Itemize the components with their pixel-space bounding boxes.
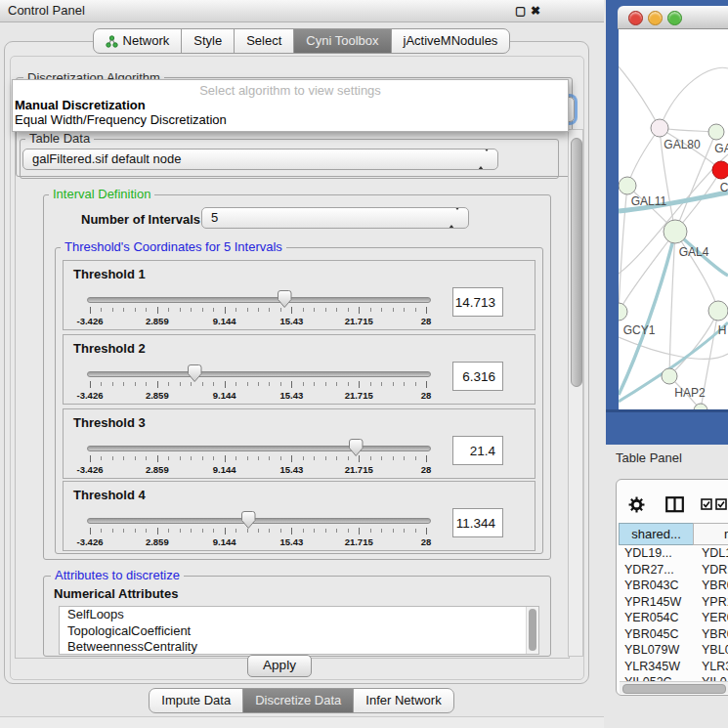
close-traffic-light-icon[interactable] — [628, 11, 643, 25]
network-window-shadow — [606, 409, 728, 412]
slider-tick — [236, 456, 236, 460]
list-item-betweennesscentrality[interactable]: BetweennessCentrality — [60, 639, 538, 655]
slider-tick — [236, 529, 236, 533]
slider-tick — [415, 529, 416, 533]
minimize-traffic-light-icon[interactable] — [648, 11, 663, 25]
slider-tick — [314, 308, 315, 312]
gear-icon[interactable] — [628, 496, 645, 513]
scrollbar-thumb[interactable] — [571, 138, 582, 387]
threshold-slider-track[interactable] — [87, 518, 431, 524]
network-node-h[interactable] — [708, 301, 728, 321]
scrollbar-thumb[interactable] — [622, 684, 726, 694]
slider-tick — [258, 456, 259, 460]
slider-tick — [157, 528, 158, 535]
dropdown-option-manual-discretization[interactable]: Manual Discretization — [15, 98, 146, 112]
tab-impute-data[interactable]: Impute Data — [149, 688, 243, 713]
column-header-shared-name[interactable]: shared... — [619, 523, 694, 545]
threshold-slider-track[interactable] — [87, 446, 431, 451]
slider-tick — [202, 308, 203, 312]
slider-tick — [236, 308, 236, 312]
settings-vertical-scrollbar[interactable] — [568, 129, 583, 657]
network-canvas[interactable]: GAL80GACGAL11GAL4GCY1HHAP2 — [619, 29, 728, 409]
attributes-list-scrollbar[interactable] — [526, 607, 538, 654]
tab-discretize-data[interactable]: Discretize Data — [242, 688, 354, 713]
threshold-slider-track[interactable] — [87, 297, 431, 303]
table-cell-shared-name: YDR27... — [624, 563, 674, 577]
threshold-value-input[interactable]: 14.713 — [452, 287, 503, 317]
slider-tick-label: 21.715 — [329, 316, 388, 326]
dropdown-option-equal-width-frequency[interactable]: Equal Width/Frequency Discretization — [15, 112, 227, 127]
threshold-value-input[interactable]: 21.4 — [452, 436, 503, 465]
interval-definition-group-title: Interval Definition — [49, 188, 154, 201]
network-node-gal80[interactable] — [651, 119, 668, 137]
network-node-gcy1[interactable] — [619, 303, 627, 321]
threshold-slider-track[interactable] — [87, 371, 431, 377]
table-row[interactable]: YBR045CYBR0 — [619, 627, 728, 644]
numerical-attributes-list[interactable]: SelfLoopsTopologicalCoefficientBetweenne… — [59, 606, 539, 655]
columns-icon[interactable] — [665, 496, 684, 513]
slider-tick — [112, 456, 113, 460]
table-row[interactable]: YBR043CYBR0 — [619, 578, 728, 595]
table-data-group-title: Table Data — [25, 132, 94, 146]
slider-tick — [191, 308, 192, 312]
close-window-icon[interactable]: ✖ — [531, 4, 540, 18]
zoom-traffic-light-icon[interactable] — [667, 11, 682, 25]
tab-cyni-toolbox[interactable]: Cyni Toolbox — [293, 28, 391, 54]
table-row[interactable]: YPR145WYPR1 — [619, 595, 728, 612]
slider-tick — [404, 456, 405, 460]
network-window-titlebar[interactable] — [618, 6, 728, 29]
float-window-icon[interactable]: ▢ — [515, 4, 526, 18]
tab-infer-network[interactable]: Infer Network — [353, 688, 453, 713]
network-node-gal11[interactable] — [619, 177, 636, 194]
slider-thumb[interactable] — [187, 364, 203, 383]
slider-tick — [393, 529, 394, 533]
network-node-gal4[interactable] — [664, 220, 687, 243]
slider-tick — [135, 529, 136, 533]
threshold-label: Threshold 4 — [73, 488, 146, 502]
table-row[interactable]: YDR27...YDR2 — [619, 563, 728, 579]
tab-select[interactable]: Select — [234, 28, 294, 54]
stepper-icon — [478, 150, 490, 169]
slider-tick-label: 15.43 — [262, 390, 321, 401]
network-node-c[interactable] — [712, 161, 728, 179]
slider-tick — [202, 456, 203, 460]
slider-tick — [303, 382, 304, 386]
network-node-hap2[interactable] — [662, 368, 677, 384]
slider-tick — [168, 456, 169, 460]
list-item-selfloops[interactable]: SelfLoops — [60, 607, 538, 623]
slider-thumb[interactable] — [348, 438, 364, 457]
apply-button[interactable]: Apply — [247, 655, 312, 677]
slider-tick — [225, 307, 226, 314]
threshold-panel-4: Threshold 4-3.4262.8599.14415.4321.71528… — [63, 481, 535, 551]
slider-tick — [314, 529, 315, 533]
column-header-name[interactable]: n... — [693, 523, 728, 545]
table-row[interactable]: YER054CYER0 — [619, 611, 728, 627]
slider-thumb[interactable] — [277, 289, 293, 309]
table-horizontal-scrollbar[interactable] — [620, 681, 728, 694]
list-item-topologicalcoefficient[interactable]: TopologicalCoefficient — [60, 623, 538, 640]
slider-tick — [101, 308, 102, 312]
slider-tick — [336, 308, 337, 312]
threshold-label: Threshold 1 — [73, 267, 146, 281]
network-node-label: GAL80 — [664, 138, 701, 151]
tab-jactivemnodules[interactable]: jActiveMNodules — [391, 28, 511, 54]
slider-thumb[interactable] — [240, 510, 257, 530]
threshold-value-input[interactable]: 11.344 — [452, 508, 503, 537]
number-of-intervals-combobox[interactable]: 5 — [201, 207, 469, 229]
tab-style[interactable]: Style — [181, 28, 235, 54]
checkbox-icon[interactable] — [701, 498, 712, 510]
tab-network[interactable]: Network — [93, 28, 183, 54]
number-of-intervals-label: Number of Intervals — [81, 212, 200, 227]
table-row[interactable]: YDL19...YDL1 — [619, 546, 728, 563]
network-node-ga[interactable] — [708, 124, 724, 140]
threshold-value-input[interactable]: 6.316 — [452, 362, 503, 391]
slider-tick — [325, 456, 326, 460]
slider-tick — [336, 382, 337, 386]
checkbox-icon[interactable] — [715, 498, 727, 510]
slider-tick — [381, 382, 382, 386]
table-row[interactable]: YBL079WYBL0 — [619, 643, 728, 660]
slider-tick — [213, 529, 214, 533]
table-data-combobox[interactable]: galFiltered.sif default node — [22, 149, 498, 170]
table-row[interactable]: YLR345WYLR3 — [619, 660, 728, 676]
scrollbar-thumb[interactable] — [529, 609, 536, 651]
